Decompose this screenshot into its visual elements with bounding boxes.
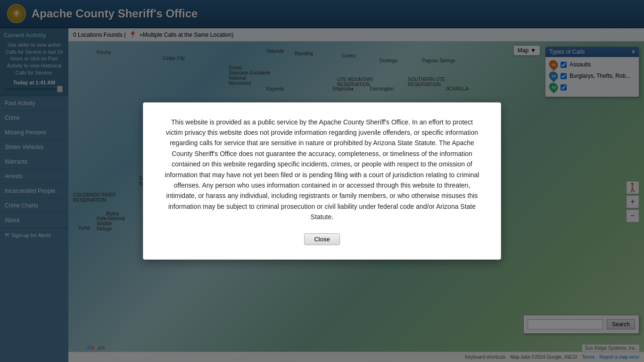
modal-overlay: This website is provided as a public ser…	[0, 0, 644, 362]
modal-dialog: This website is provided as a public ser…	[143, 102, 501, 260]
modal-text: This website is provided as a public ser…	[162, 117, 482, 222]
modal-close-button[interactable]: Close	[304, 233, 339, 245]
